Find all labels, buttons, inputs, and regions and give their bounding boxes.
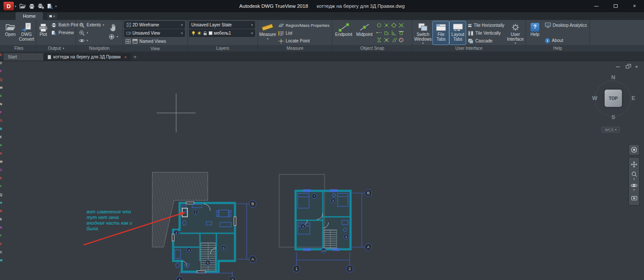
open-folder-icon <box>5 22 16 32</box>
qat-preview-icon[interactable] <box>46 2 54 10</box>
qat-batch-plot-icon[interactable] <box>37 2 45 10</box>
application-window: D ▾ ▾ Autodesk DWG TrueView 2018 коттедж… <box>0 0 644 280</box>
snap-endpoint-button[interactable]: Endpoint <box>334 21 354 45</box>
snap-quadrant-icon[interactable] <box>390 22 397 29</box>
model-space[interactable]: 2 3 4 5 6 B <box>0 61 644 280</box>
full-navigation-wheel-button[interactable] <box>628 144 640 155</box>
snap-none-icon[interactable] <box>397 36 405 44</box>
maximize-button[interactable] <box>606 0 625 12</box>
edge-clipped-text: E <box>0 94 2 98</box>
switch-windows-button[interactable]: SwitchWindows ▾ <box>414 21 432 45</box>
help-button[interactable]: ? Help <box>527 21 543 45</box>
snap-nearest-icon[interactable] <box>375 36 383 44</box>
locate-point-button[interactable]: Locate Point <box>277 37 331 45</box>
nav-orbit-button[interactable]: ▾ <box>629 181 639 193</box>
tile-vertically-button[interactable]: Tile Vertically <box>467 29 506 37</box>
snap-extension-icon[interactable] <box>375 29 383 36</box>
user-interface-button[interactable]: UserInterface ▾ <box>506 21 524 45</box>
svg-text:B: B <box>367 191 370 195</box>
edge-clipped-text: N <box>0 201 2 205</box>
snap-node-icon[interactable] <box>383 22 390 29</box>
doc-close-button[interactable]: × <box>635 64 638 69</box>
open-button[interactable]: Open <box>3 21 18 45</box>
wireframe-cube-icon <box>126 23 131 27</box>
chevron-down-icon: ▾ <box>87 31 88 34</box>
snap-apparent-intersection-icon[interactable] <box>383 36 390 44</box>
qat-plot-icon[interactable] <box>28 2 36 10</box>
floor-plan-upper[interactable]: 7 9 4 10 8 B <box>279 174 372 272</box>
qat-open-icon[interactable] <box>19 2 27 10</box>
edge-clipped-text: S <box>0 217 2 221</box>
crosshair-cursor <box>157 93 196 132</box>
viewcube-east[interactable]: E <box>631 95 635 101</box>
viewcube-top-face[interactable]: TOP <box>605 90 622 107</box>
snap-intersection-icon[interactable] <box>397 22 405 29</box>
view-state-dropdown[interactable]: Unsaved View ▾ <box>124 29 185 37</box>
tab-home[interactable]: Home <box>16 12 43 20</box>
snap-tangent-icon[interactable] <box>397 29 405 36</box>
edge-clipped-text: E <box>0 176 2 180</box>
file-tab-start[interactable]: Start <box>3 53 43 61</box>
qat-customize-icon[interactable]: ▾ <box>55 5 57 8</box>
nav-pan-button[interactable] <box>629 159 639 170</box>
file-tabs-toggle[interactable]: File Tabs <box>433 21 449 45</box>
doc-minimize-button[interactable] <box>616 67 620 67</box>
viewcube-south[interactable]: S <box>594 114 633 120</box>
batch-plot-button[interactable]: Batch Plot <box>50 21 80 29</box>
close-button[interactable]: × <box>625 0 644 12</box>
visual-style-dropdown[interactable]: 2D Wireframe ▾ <box>124 21 185 29</box>
list-button[interactable]: List <box>277 29 331 37</box>
viewcube-north[interactable]: N <box>594 74 633 80</box>
navigation-bar: ▾ ▾ <box>628 144 640 206</box>
preview-button[interactable]: Preview <box>50 29 80 36</box>
ribbon-display-toggle[interactable]: ▾ <box>47 13 57 19</box>
cascade-button[interactable]: Cascade <box>467 37 506 45</box>
viewcube-west[interactable]: W <box>592 95 597 101</box>
desktop-analytics-button[interactable]: Desktop Analytics <box>544 22 588 29</box>
collapsed-palette-edge[interactable]: SCFQMENFOBZASMCEFQNBSAFZCM <box>0 53 3 280</box>
snap-center-icon[interactable] <box>375 22 383 29</box>
snap-parallel-icon[interactable] <box>390 36 397 44</box>
edge-clipped-text: Z <box>0 135 2 139</box>
panel-label-view: View <box>123 45 187 51</box>
pan-icon <box>631 161 638 168</box>
dwg-convert-button[interactable]: DWGConvert <box>19 21 35 45</box>
view-camera-icon <box>126 31 131 35</box>
svg-text:тут нет окна: тут нет окна <box>87 215 119 220</box>
nav-showmotion-button[interactable] <box>629 193 639 204</box>
snap-insertion-icon[interactable] <box>383 29 390 36</box>
current-layer-dropdown[interactable]: мебель1 ▾ <box>189 29 255 37</box>
new-tab-button[interactable]: + <box>131 53 139 61</box>
snap-perpendicular-icon[interactable] <box>390 29 397 36</box>
plot-button[interactable]: Plot <box>38 21 49 45</box>
floor-plan-ground[interactable]: 2 3 4 5 6 B <box>152 172 256 280</box>
measure-button[interactable]: Measure ▾ <box>259 21 276 45</box>
pan-button[interactable] <box>107 21 120 32</box>
minimize-button[interactable] <box>587 0 606 12</box>
svg-text:B: B <box>251 202 254 206</box>
wcs-dropdown[interactable]: WCS ▾ <box>602 127 620 132</box>
region-mass-properties-button[interactable]: Region/Mass Properties <box>277 22 331 29</box>
tab-close-icon[interactable]: × <box>124 55 127 60</box>
orbit-button[interactable]: ▾ <box>77 37 106 44</box>
about-button[interactable]: i About <box>544 37 588 44</box>
switch-windows-icon <box>417 22 428 32</box>
layout-tabs-toggle[interactable]: LayoutTabs <box>450 21 466 45</box>
application-menu-button[interactable]: D ▾ <box>2 1 18 11</box>
panel-label-measure: Measure <box>258 45 332 51</box>
zoom-extents-button[interactable]: Extents ▾ <box>77 21 106 29</box>
nav-zoom-button[interactable]: ▾ <box>629 170 639 181</box>
tile-horizontally-button[interactable]: Tile Horizontally <box>467 22 506 29</box>
panel-label-layers: Layers <box>188 45 258 51</box>
named-views-button[interactable]: Named Views <box>124 38 186 45</box>
doc-restore-button[interactable] <box>626 65 629 68</box>
steering-wheel-button[interactable]: ▾ <box>107 33 119 40</box>
drawing-canvas[interactable]: 2 3 4 5 6 B <box>0 61 644 280</box>
dwg-convert-icon <box>21 22 32 32</box>
output-flyout-icon[interactable]: ▾ <box>63 47 64 50</box>
snap-midpoint-button[interactable]: Midpoint <box>354 21 374 45</box>
edge-clipped-text: M <box>0 160 3 164</box>
zoom-realtime-button[interactable]: ▾ <box>77 29 106 36</box>
file-tab-document[interactable]: коттедж на берегу для 3Д Правки × <box>43 53 131 61</box>
layer-state-dropdown[interactable]: Unsaved Layer State ▾ <box>189 21 255 29</box>
